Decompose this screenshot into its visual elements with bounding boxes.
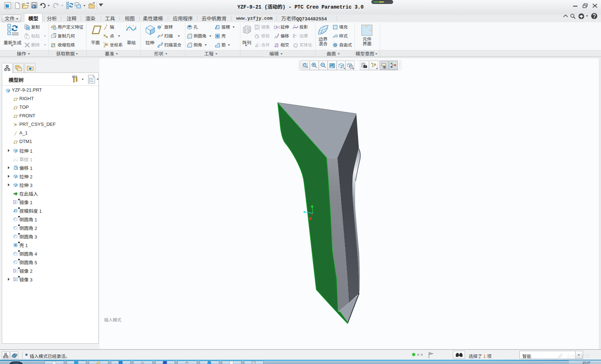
svg-text:云中帆教育: 云中帆教育 (567, 353, 590, 359)
